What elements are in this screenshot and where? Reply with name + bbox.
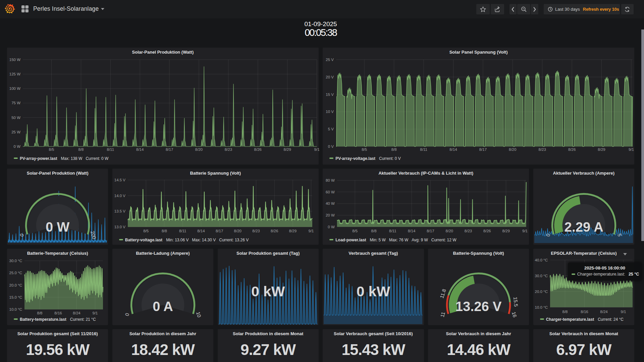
svg-text:13.26 V: 13.26 V — [455, 299, 502, 314]
svg-text:8/23: 8/23 — [465, 229, 472, 233]
svg-text:9/1: 9/1 — [308, 229, 314, 233]
svg-text:8/26: 8/26 — [568, 147, 576, 152]
svg-text:8/20: 8/20 — [195, 147, 203, 152]
svg-text:20.0 °C: 20.0 °C — [9, 283, 22, 287]
svg-text:5 V: 5 V — [328, 127, 334, 131]
svg-text:25 W: 25 W — [11, 130, 20, 134]
svg-text:75 W: 75 W — [11, 101, 20, 105]
svg-text:8/17: 8/17 — [166, 147, 173, 152]
svg-text:0: 0 — [545, 233, 551, 237]
svg-text:8/8: 8/8 — [562, 310, 568, 314]
svg-text:8/20: 8/20 — [509, 147, 516, 152]
svg-text:9/1: 9/1 — [522, 229, 528, 233]
svg-text:0: 0 — [18, 233, 25, 237]
svg-text:8/11: 8/11 — [107, 147, 114, 152]
svg-text:40 W: 40 W — [326, 201, 335, 205]
svg-text:0 W: 0 W — [46, 220, 69, 234]
svg-text:8/29: 8/29 — [502, 229, 510, 233]
svg-text:20 V: 20 V — [326, 75, 334, 79]
svg-text:8/24: 8/24 — [73, 311, 80, 315]
svg-text:40.0 °C: 40.0 °C — [535, 258, 547, 262]
svg-text:9/1: 9/1 — [314, 147, 320, 152]
svg-text:0 W: 0 W — [14, 144, 21, 148]
svg-text:8/17: 8/17 — [427, 229, 434, 233]
svg-text:50 W: 50 W — [11, 116, 20, 120]
svg-text:8/5: 8/5 — [352, 229, 358, 233]
svg-text:20 W: 20 W — [326, 213, 335, 217]
svg-text:8/14: 8/14 — [408, 229, 416, 233]
svg-text:30.0 °C: 30.0 °C — [535, 274, 547, 278]
svg-text:8/29: 8/29 — [598, 147, 605, 152]
svg-text:9/1: 9/1 — [629, 147, 634, 152]
svg-text:8/11: 8/11 — [420, 147, 428, 152]
svg-text:2.29 A: 2.29 A — [564, 220, 603, 234]
svg-text:60 W: 60 W — [326, 190, 335, 194]
svg-text:8/8: 8/8 — [371, 229, 377, 233]
svg-text:0 W: 0 W — [328, 225, 335, 229]
svg-text:8/23: 8/23 — [252, 229, 260, 233]
svg-text:15 V: 15 V — [326, 93, 334, 97]
svg-text:8/8: 8/8 — [162, 229, 167, 233]
svg-text:8/14: 8/14 — [136, 147, 144, 152]
svg-text:8/17: 8/17 — [479, 147, 487, 152]
svg-text:8/8: 8/8 — [37, 311, 43, 315]
svg-text:8/24: 8/24 — [600, 310, 608, 314]
svg-text:10: 10 — [195, 311, 202, 318]
svg-text:8/26: 8/26 — [254, 147, 262, 152]
svg-text:14.0 V: 14.0 V — [114, 194, 126, 198]
svg-text:8/26: 8/26 — [483, 229, 491, 233]
svg-text:8/17: 8/17 — [216, 229, 223, 233]
svg-text:8/5: 8/5 — [143, 229, 149, 233]
svg-text:8/29: 8/29 — [289, 229, 296, 233]
svg-text:8/23: 8/23 — [225, 147, 232, 152]
svg-text:13.5 V: 13.5 V — [114, 209, 126, 213]
svg-text:20.0 °C: 20.0 °C — [535, 290, 547, 294]
svg-text:8/11: 8/11 — [179, 229, 186, 233]
svg-text:9/1: 9/1 — [621, 310, 626, 314]
svg-text:8/20: 8/20 — [446, 229, 453, 233]
svg-text:15.0 °C: 15.0 °C — [9, 295, 22, 299]
svg-text:125 W: 125 W — [9, 72, 20, 76]
svg-text:13.0 V: 13.0 V — [114, 225, 126, 229]
svg-text:8/29: 8/29 — [284, 147, 291, 152]
svg-text:8/5: 8/5 — [362, 147, 367, 152]
svg-text:100 W: 100 W — [9, 86, 20, 90]
svg-text:25.0 °C: 25.0 °C — [9, 271, 22, 275]
svg-text:25 V: 25 V — [326, 58, 334, 62]
svg-text:11: 11 — [439, 311, 446, 318]
svg-text:9/1: 9/1 — [93, 311, 98, 315]
svg-text:8/14: 8/14 — [450, 147, 458, 152]
svg-text:0 V: 0 V — [328, 144, 334, 148]
svg-text:5: 5 — [616, 233, 623, 237]
svg-text:16: 16 — [511, 311, 518, 318]
svg-text:8/11: 8/11 — [389, 229, 396, 233]
svg-text:8/14: 8/14 — [197, 229, 205, 233]
svg-text:8/16: 8/16 — [54, 311, 62, 315]
svg-text:8/16: 8/16 — [581, 310, 588, 314]
svg-text:14.5 V: 14.5 V — [114, 178, 126, 182]
svg-text:200: 200 — [90, 230, 97, 240]
svg-text:150 W: 150 W — [9, 58, 20, 62]
svg-text:11.8: 11.8 — [439, 288, 447, 299]
svg-text:10.0 °C: 10.0 °C — [535, 305, 547, 309]
svg-text:80 W: 80 W — [326, 178, 335, 182]
svg-text:8/23: 8/23 — [539, 147, 546, 152]
svg-text:10.0 °C: 10.0 °C — [9, 307, 22, 311]
svg-text:8/26: 8/26 — [271, 229, 278, 233]
svg-text:8/20: 8/20 — [234, 229, 241, 233]
svg-text:15.5: 15.5 — [513, 297, 519, 307]
svg-text:30.0 °C: 30.0 °C — [9, 259, 22, 263]
svg-text:8/8: 8/8 — [391, 147, 397, 152]
svg-text:10 V: 10 V — [326, 110, 334, 114]
svg-text:0 A: 0 A — [153, 299, 173, 314]
svg-text:8/5: 8/5 — [49, 147, 54, 152]
svg-text:8/8: 8/8 — [78, 147, 84, 152]
svg-text:0: 0 — [124, 312, 130, 316]
